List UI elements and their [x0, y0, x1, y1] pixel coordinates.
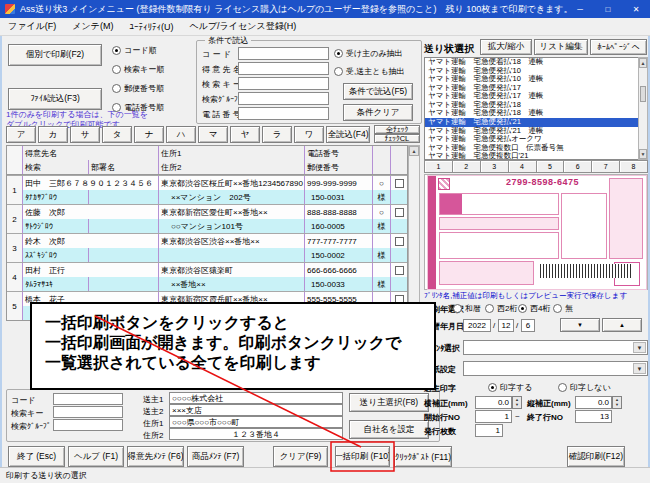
product-maintenance-button[interactable]: 商品ﾒﾝﾃ (F7) — [187, 446, 244, 467]
page-tab-2[interactable]: 2 — [453, 160, 481, 173]
kana-tab-ma[interactable]: マ — [198, 126, 228, 143]
check-clear-button[interactable]: ﾁｪｯｸCL — [374, 134, 420, 143]
row-checkbox[interactable] — [395, 208, 404, 217]
h-adjust-input[interactable]: 0.0 — [475, 396, 512, 409]
sender2-input[interactable]: ×××支店 — [169, 404, 343, 416]
kana-tab-ta[interactable]: タ — [102, 126, 132, 143]
day-input[interactable]: 6 — [521, 319, 535, 332]
extract-radio-both[interactable]: 受,送主とも抽出 — [334, 66, 405, 77]
exit-button[interactable]: 終了 (Esc) — [8, 446, 65, 467]
year-radio-wareki[interactable]: 和暦 — [453, 303, 481, 314]
v-adjust-spinner[interactable]: ▲ ▼ — [612, 396, 622, 409]
search-key-input[interactable] — [238, 77, 329, 90]
load-all-button[interactable]: 全読込(F4) — [326, 126, 370, 143]
kana-tab-na[interactable]: ナ — [134, 126, 164, 143]
page-tab-3[interactable]: 3 — [481, 160, 509, 173]
close-button[interactable]: ✕ — [630, 5, 642, 14]
spinner-down-icon[interactable]: ▼ — [615, 403, 619, 408]
kana-tab-a[interactable]: ア — [6, 126, 36, 143]
sender-search-group-input[interactable] — [53, 419, 123, 431]
menu-file[interactable]: ファイル(F) — [0, 20, 64, 33]
help-button[interactable]: ヘルプ (F1) — [68, 446, 124, 467]
table-row[interactable]: 3 鈴木 次郎 東京都渋谷区渋谷××番地×× 777-777-7777 ｽｽﾞｷ… — [7, 233, 407, 262]
minimize-button[interactable]: ─ — [574, 5, 586, 14]
individual-print-button[interactable]: 個別で印刷(F2) — [8, 44, 102, 66]
scrollbar-thumb[interactable] — [640, 86, 646, 102]
clickpost-button[interactable]: ｸﾘｯｸﾎﾟｽﾄ (F11) — [394, 446, 452, 467]
year-radio-none[interactable]: 無 — [553, 303, 573, 314]
year-radio-2digit[interactable]: 西2桁 — [485, 303, 517, 314]
menu-maintenance[interactable]: メンテ(M) — [64, 20, 121, 33]
row-checkbox[interactable] — [395, 266, 404, 275]
year-radio-4digit[interactable]: 西4桁 — [518, 303, 550, 314]
table-row[interactable]: 2 佐藤 次郎 東京都新宿区愛住町××番地×× 888-888-8888 ○ ｻ… — [7, 204, 407, 233]
invoice-list-scrollbar[interactable]: ▲ ▼ — [638, 57, 648, 160]
load-by-condition-button[interactable]: 条件で読込(F5) — [343, 83, 413, 100]
scroll-down-icon[interactable]: ▼ — [641, 151, 646, 157]
sender-code-input[interactable] — [53, 393, 123, 405]
v-adjust-input[interactable]: 0.0 — [575, 396, 612, 409]
sender-select-button[interactable]: 送り主選択(F8) — [349, 393, 429, 412]
batch-print-button[interactable]: 一括印刷 (F10) — [335, 446, 390, 467]
sender-key-input[interactable] — [53, 406, 123, 418]
sender-print-radio-no[interactable]: 印字しない — [558, 382, 611, 393]
kana-tab-wa[interactable]: ワ — [294, 126, 324, 143]
sender-print-radio-yes[interactable]: 印字する — [488, 382, 532, 393]
page-tab-7[interactable]: 7 — [592, 160, 620, 173]
customer-name-input[interactable] — [238, 62, 329, 75]
condition-clear-button[interactable]: 条件クリア — [343, 104, 413, 121]
table-scrollbar[interactable]: ▲ — [408, 145, 420, 313]
menu-help-license[interactable]: ヘルプ/ライセンス登録(H) — [181, 20, 304, 33]
maximize-button[interactable]: □ — [602, 5, 614, 14]
kana-tab-ra[interactable]: ラ — [262, 126, 292, 143]
sort-radio-code[interactable]: コード順 — [112, 45, 156, 56]
paper-setting-dropdown[interactable]: ▼ — [463, 361, 648, 376]
zoom-toggle-button[interactable]: 拡大/縮小 — [480, 39, 532, 55]
clear-button[interactable]: クリア(F9) — [273, 446, 328, 467]
file-load-button[interactable]: ﾌｧｲﾙ読込(F3) — [8, 88, 102, 110]
menu-utility[interactable]: ﾕｰﾃｨﾘﾃｨ(U) — [121, 22, 181, 32]
list-edit-button[interactable]: リスト編集 — [534, 39, 588, 55]
company-name-button[interactable]: 自社名を設定 — [349, 420, 429, 439]
sort-radio-searchkey[interactable]: 検索キー順 — [112, 64, 164, 75]
kana-tab-sa[interactable]: サ — [70, 126, 100, 143]
kana-tab-ka[interactable]: カ — [38, 126, 68, 143]
kana-tab-ya[interactable]: ヤ — [230, 126, 260, 143]
sender1-input[interactable]: ○○○○株式会社 — [169, 392, 343, 404]
invoice-list-item[interactable]: ヤマト運輸 宅急便複数口'21 — [425, 152, 647, 160]
date-up-button[interactable]: ▲ — [602, 318, 642, 332]
page-tab-6[interactable]: 6 — [564, 160, 592, 173]
kana-tab-ha[interactable]: ハ — [166, 126, 196, 143]
spinner-down-icon[interactable]: ▼ — [515, 403, 519, 408]
start-row-input[interactable]: 1 — [475, 410, 512, 423]
row-checkbox[interactable] — [395, 237, 404, 246]
sort-radio-zipcode[interactable]: 郵便番号順 — [112, 83, 164, 94]
invoice-list[interactable]: ヤマト運輸 宅急便着払'18 連帳 ヤマト運輸 宅急便発払'10 ヤマト運輸 宅… — [424, 57, 648, 160]
table-row[interactable]: 4 田村 正行 東京都渋谷区猿楽町 666-666-6666 ﾀﾑﾗﾏｻﾕｷ ×… — [7, 262, 407, 291]
page-tab-1[interactable]: 1 — [424, 160, 453, 173]
check-all-button[interactable]: 全ﾁｪｯｸ — [374, 125, 420, 134]
page-tab-5[interactable]: 5 — [537, 160, 565, 173]
end-row-input[interactable]: 13 — [575, 410, 612, 423]
extract-radio-receiver-only[interactable]: 受け主のみ抽出 — [334, 48, 403, 59]
printer-select-dropdown[interactable]: ▼ — [463, 340, 648, 355]
date-down-button[interactable]: ▼ — [560, 318, 600, 332]
confirm-print-button[interactable]: 確認印刷(F12) — [567, 446, 625, 467]
table-row[interactable]: 1 田中 三郎６７８９０１２３４５６ 東京都渋谷区桜丘町××番地12345678… — [7, 175, 407, 204]
scroll-up-icon[interactable]: ▲ — [412, 148, 417, 154]
search-group-input[interactable] — [238, 92, 329, 105]
code-input[interactable] — [238, 47, 329, 60]
month-input[interactable]: 12 — [498, 319, 514, 332]
year-input[interactable]: 2022 — [463, 319, 491, 332]
phone-input[interactable] — [238, 107, 329, 120]
h-adjust-spinner[interactable]: ▲ ▼ — [512, 396, 522, 409]
customer-maintenance-button[interactable]: 得意先ﾒﾝﾃ (F6) — [127, 446, 184, 467]
page-tab-4[interactable]: 4 — [509, 160, 537, 173]
row-checkbox[interactable] — [395, 179, 404, 188]
homepage-button[interactable]: ﾎｰﾑﾍﾟｰｼﾞへ — [590, 39, 647, 55]
sender-addr1-input[interactable]: ○○○県○○○市○○○町 — [169, 416, 343, 428]
sender-addr2-input[interactable]: １２３番地４ — [169, 428, 343, 440]
scroll-up-icon[interactable]: ▲ — [641, 60, 646, 66]
page-tab-8[interactable]: 8 — [620, 160, 648, 173]
copies-input[interactable]: 1 — [475, 424, 503, 437]
